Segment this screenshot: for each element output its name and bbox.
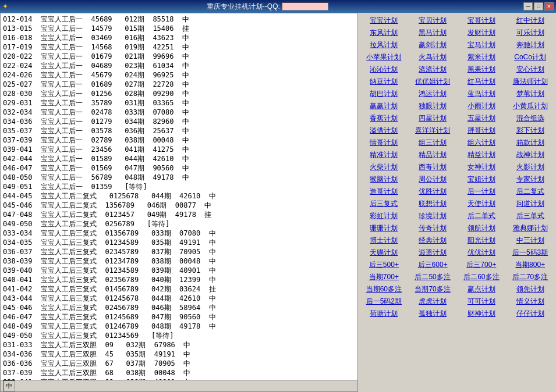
- plan-link[interactable]: 宝哥计划: [458, 15, 505, 26]
- plan-link[interactable]: 传奇计划: [409, 223, 456, 234]
- plan-link[interactable]: 后三复式: [360, 198, 408, 209]
- plan-link[interactable]: 喜洋洋计划: [409, 125, 456, 136]
- minimize-button[interactable]: ─: [523, 2, 533, 10]
- plan-link[interactable]: 组三计划: [409, 137, 456, 148]
- plan-link[interactable]: 涤涤计划: [409, 64, 456, 75]
- plan-link[interactable]: 五星计划: [458, 113, 505, 124]
- plan-link[interactable]: 财神计划: [458, 308, 505, 319]
- plan-link[interactable]: 纳豆计划: [360, 76, 408, 87]
- plan-link[interactable]: 奔驰计划: [507, 40, 554, 51]
- plan-link[interactable]: 胖哥计划: [458, 125, 505, 136]
- plan-link[interactable]: 宝宝计划: [360, 15, 408, 26]
- qq-input[interactable]: [282, 2, 328, 10]
- plan-link[interactable]: 当期60多注: [360, 284, 408, 295]
- plan-link[interactable]: 造哥计划: [360, 186, 408, 197]
- plan-link[interactable]: 问道计划: [507, 198, 554, 209]
- plan-link[interactable]: 孤独计划: [409, 308, 456, 319]
- plan-link[interactable]: 后一5码3期: [507, 247, 554, 258]
- data-scroll-area[interactable]: 012-014 宝宝人工后一 45689 012期 85518 中013-015…: [1, 13, 357, 380]
- plan-link[interactable]: 香蕉计划: [360, 113, 408, 124]
- plan-link[interactable]: 女神计划: [458, 162, 505, 173]
- plan-link[interactable]: 东风计划: [360, 27, 408, 38]
- plan-link[interactable]: 红马计划: [458, 76, 505, 87]
- plan-link[interactable]: 后二60多注: [458, 272, 505, 283]
- plan-link[interactable]: 当期70多注: [409, 284, 456, 295]
- plan-link[interactable]: 箱款计划: [507, 137, 554, 148]
- plan-link[interactable]: 西毒计划: [409, 162, 456, 173]
- plan-link[interactable]: 精益计划: [458, 149, 505, 161]
- plan-link[interactable]: 彩下计划: [507, 125, 554, 136]
- plan-link[interactable]: 当期800+: [507, 259, 554, 270]
- plan-link[interactable]: 后二单式: [458, 211, 505, 222]
- close-button[interactable]: ✕: [544, 2, 554, 10]
- plan-link[interactable]: 黑果计划: [458, 64, 505, 75]
- plan-link[interactable]: 沁沁计划: [360, 64, 408, 75]
- plan-link[interactable]: 精品计划: [409, 149, 456, 161]
- plan-link[interactable]: 后二70多注: [507, 272, 554, 283]
- plan-link[interactable]: 周公计划: [409, 174, 456, 185]
- plan-link[interactable]: 廉法师计划: [507, 76, 554, 87]
- plan-link[interactable]: 后三700+: [458, 259, 505, 270]
- plan-link[interactable]: 赢点计划: [458, 284, 505, 295]
- plan-link[interactable]: 梦苇计划: [507, 88, 554, 99]
- plan-link[interactable]: 宝姐计划: [458, 174, 505, 185]
- plan-link[interactable]: 后三500+: [360, 259, 408, 270]
- plan-link[interactable]: 当期700+: [360, 272, 408, 283]
- plan-link[interactable]: 彩虹计划: [360, 211, 408, 222]
- plan-link[interactable]: CoCo计划: [507, 52, 554, 63]
- plan-link[interactable]: 四星计划: [409, 113, 456, 124]
- plan-link[interactable]: 可可计划: [458, 296, 505, 307]
- plan-link[interactable]: 逍遥计划: [409, 247, 456, 258]
- plan-link[interactable]: 领航计划: [458, 223, 505, 234]
- plan-link[interactable]: 组六计划: [458, 137, 505, 148]
- plan-link[interactable]: 优优姐计划: [409, 76, 456, 87]
- plan-link[interactable]: 中三计划: [507, 235, 554, 246]
- plan-link[interactable]: 联想计划: [409, 198, 456, 209]
- plan-link[interactable]: 红中计划: [507, 15, 554, 26]
- plan-link[interactable]: 天使计划: [458, 198, 505, 209]
- plan-link[interactable]: 胡巴计划: [360, 88, 408, 99]
- plan-link[interactable]: 雅典娜计划: [507, 223, 554, 234]
- plan-link[interactable]: 情义计划: [507, 296, 554, 307]
- plan-link[interactable]: 赢赢计划: [360, 101, 408, 112]
- plan-link[interactable]: 小黄瓜计划: [507, 101, 554, 112]
- plan-link[interactable]: 可乐计划: [507, 27, 554, 38]
- plan-link[interactable]: 混合组选: [507, 113, 554, 124]
- plan-link[interactable]: 宝贝计划: [409, 15, 456, 26]
- plan-link[interactable]: 拉风计划: [360, 40, 408, 51]
- plan-link[interactable]: 情哥计划: [360, 137, 408, 148]
- plan-link[interactable]: 经典计划: [409, 235, 456, 246]
- plan-link[interactable]: 小雨计划: [458, 101, 505, 112]
- plan-link[interactable]: 珍境计划: [409, 211, 456, 222]
- plan-link[interactable]: 发财计划: [458, 27, 505, 38]
- plan-link[interactable]: 火影计划: [507, 162, 554, 173]
- maximize-button[interactable]: □: [534, 2, 543, 10]
- plan-link[interactable]: 安心计划: [507, 64, 554, 75]
- plan-link[interactable]: 专家计划: [507, 174, 554, 185]
- plan-link[interactable]: 优优计划: [458, 247, 505, 258]
- plan-link[interactable]: 蓝鸟计划: [458, 88, 505, 99]
- plan-link[interactable]: 鸿运计划: [409, 88, 456, 99]
- plan-link[interactable]: 博士计划: [360, 235, 408, 246]
- plan-link[interactable]: 火鸟计划: [409, 52, 456, 63]
- plan-link[interactable]: 溢借计划: [360, 125, 408, 136]
- plan-link[interactable]: 虎虎计划: [409, 296, 456, 307]
- plan-link[interactable]: 赢剑计划: [409, 40, 456, 51]
- plan-link[interactable]: 领先计划: [507, 284, 554, 295]
- plan-link[interactable]: 紫米计划: [458, 52, 505, 63]
- plan-link[interactable]: 后一5码2期: [360, 296, 408, 307]
- plan-link[interactable]: 天赐计划: [360, 247, 408, 258]
- plan-link[interactable]: 珊珊计划: [360, 223, 408, 234]
- plan-link[interactable]: 阳光计划: [458, 235, 505, 246]
- plan-link[interactable]: 优胜计划: [409, 186, 456, 197]
- plan-link[interactable]: 后三600+: [409, 259, 456, 270]
- plan-link[interactable]: 独眼计划: [409, 101, 456, 112]
- plan-link[interactable]: 仔仔计划: [507, 308, 554, 319]
- plan-link[interactable]: 宝马计划: [458, 40, 505, 51]
- plan-link[interactable]: 后二复式: [507, 186, 554, 197]
- plan-link[interactable]: 猴脑计划: [360, 174, 408, 185]
- plan-link[interactable]: 荷塘计划: [360, 308, 408, 319]
- plan-link[interactable]: 战神计划: [507, 149, 554, 161]
- plan-link[interactable]: 后一计划: [458, 186, 505, 197]
- plan-link[interactable]: 后二50多注: [409, 272, 456, 283]
